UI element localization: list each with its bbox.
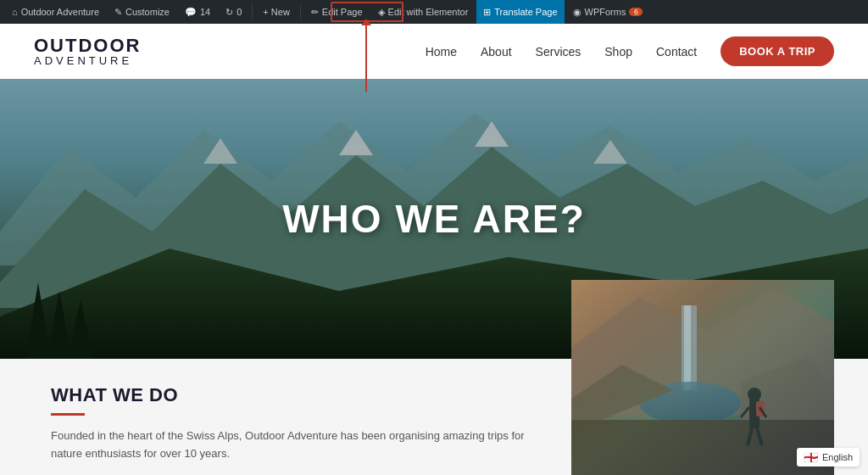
admin-bar-elementor-label: Edit with Elementor — [388, 7, 469, 17]
nav-home[interactable]: Home — [426, 45, 457, 59]
language-badge[interactable]: 🏴󠁧󠁢󠁥󠁮󠁧󠁿 English — [797, 448, 860, 467]
main-nav: Home About Services Shop Contact BOOK A … — [426, 36, 834, 66]
admin-bar-updates-count: 0 — [236, 7, 242, 17]
site-header: OUTDOOR ADVENTURE Home About Services Sh… — [0, 24, 868, 79]
edit-icon: ✏ — [311, 7, 319, 18]
language-label: English — [822, 452, 853, 462]
admin-bar-sep1 — [252, 4, 253, 20]
admin-bar-new[interactable]: + New — [256, 0, 297, 24]
wpforms-icon: ◉ — [573, 7, 581, 18]
admin-bar: ⌂ Outdoor Adventure ✎ Customize 💬 14 ↻ 0… — [0, 0, 868, 24]
admin-bar-site[interactable]: ⌂ Outdoor Adventure — [5, 0, 106, 24]
admin-bar-comments-count: 14 — [200, 7, 210, 17]
logo-line2: ADVENTURE — [34, 55, 141, 66]
nav-contact[interactable]: Contact — [656, 45, 697, 59]
comments-icon: 💬 — [185, 7, 197, 18]
content-paragraph-1: Founded in the heart of the Swiss Alps, … — [51, 428, 546, 463]
admin-bar-translate-label: Translate Page — [494, 7, 557, 17]
admin-bar-sep2 — [300, 4, 301, 20]
admin-bar-updates[interactable]: ↻ 0 — [219, 0, 248, 24]
content-paragraph-2: We focus on backpacking, hiking, camping… — [51, 472, 546, 475]
admin-bar-elementor[interactable]: ◈ Edit with Elementor — [371, 0, 476, 24]
content-section: WHAT WE DO Founded in the heart of the S… — [0, 359, 868, 475]
admin-bar-edit-page[interactable]: ✏ Edit Page — [304, 0, 370, 24]
updates-icon: ↻ — [225, 7, 233, 18]
what-we-do-title: WHAT WE DO — [51, 384, 546, 406]
admin-bar-wpforms[interactable]: ◉ WPForms 6 — [566, 0, 650, 24]
translate-icon: ⊞ — [483, 7, 491, 18]
admin-bar-customize[interactable]: ✎ Customize — [108, 0, 176, 24]
nav-about[interactable]: About — [481, 45, 512, 59]
admin-bar-customize-label: Customize — [125, 7, 170, 17]
adventure-image — [571, 280, 834, 475]
admin-bar-new-label: + New — [263, 7, 290, 17]
admin-bar-wpforms-label: WPForms — [585, 7, 626, 17]
content-left: WHAT WE DO Founded in the heart of the S… — [0, 359, 597, 475]
admin-bar-edit-label: Edit Page — [322, 7, 363, 17]
customize-icon: ✎ — [114, 7, 122, 18]
elementor-icon: ◈ — [378, 7, 385, 18]
admin-bar-site-label: Outdoor Adventure — [21, 7, 99, 17]
hero-title: WHO WE ARE? — [282, 196, 586, 242]
admin-bar-translate[interactable]: ⊞ Translate Page — [476, 0, 564, 24]
site-icon: ⌂ — [12, 7, 18, 17]
site-logo[interactable]: OUTDOOR ADVENTURE — [34, 36, 141, 66]
section-underline — [51, 413, 85, 416]
logo-line1: OUTDOOR — [34, 36, 141, 55]
admin-bar-comments[interactable]: 💬 14 — [178, 0, 217, 24]
book-trip-button[interactable]: BOOK A TRIP — [721, 36, 834, 66]
adventure-img-overlay — [571, 280, 834, 475]
wpforms-badge: 6 — [629, 8, 643, 16]
nav-services[interactable]: Services — [536, 45, 581, 59]
nav-shop[interactable]: Shop — [604, 45, 632, 59]
flag-icon: 🏴󠁧󠁢󠁥󠁮󠁧󠁿 — [804, 450, 818, 464]
